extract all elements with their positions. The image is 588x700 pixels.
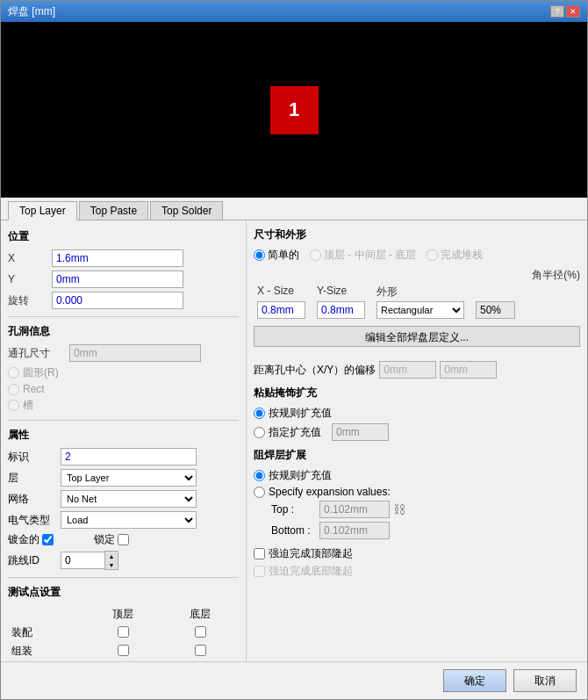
assembly-row: 装配 (8, 624, 239, 642)
jumper-down-btn[interactable]: ▼ (105, 560, 118, 569)
solder-bot-input[interactable] (319, 522, 390, 539)
help-button[interactable]: ? (550, 5, 564, 18)
plated-label: 镀金的 (8, 532, 39, 547)
paste-specify-input[interactable] (332, 423, 389, 441)
title-controls: ? ✕ (550, 5, 580, 18)
solder-bot-row: Bottom : (254, 522, 580, 539)
assemble-top-checkbox[interactable] (118, 645, 129, 656)
cancel-button[interactable]: 取消 (513, 669, 577, 692)
force-top-checkbox[interactable] (254, 548, 265, 559)
assembly-label: 装配 (8, 624, 85, 642)
layer-label: 层 (8, 471, 61, 486)
bot-layer-col: 底层 (161, 605, 239, 624)
full-stack-radio[interactable] (427, 249, 438, 261)
y-input[interactable] (52, 271, 183, 288)
net-label: 网络 (8, 492, 61, 507)
preview-area: 1 (1, 22, 587, 198)
testpoint-table: 顶层 底层 装配 组装 (8, 605, 239, 660)
radio-rect-label: Rect (23, 383, 45, 395)
pad-preview: 1 (270, 86, 319, 134)
solder-rule-label: 按规则扩充值 (269, 468, 332, 483)
paste-rule-row: 按规则扩充值 (254, 406, 580, 421)
edit-btn-wrap: 编辑全部焊盘层定义... (254, 326, 580, 354)
rotate-input[interactable] (52, 292, 183, 309)
tab-bar: Top Layer Top Paste Top Solder (1, 198, 587, 220)
radio-rect: Rect (8, 383, 239, 395)
solder-rule-row: 按规则扩充值 (254, 468, 580, 483)
force-bot-row: 强迫完成底部隆起 (254, 564, 580, 579)
radio-circle-input[interactable] (8, 367, 19, 379)
through-size-input[interactable] (69, 344, 201, 362)
paste-specify-label: 指定扩充值 (269, 425, 321, 440)
solder-bot-label: Bottom : (271, 524, 319, 537)
assemble-row: 组装 (8, 642, 239, 660)
ok-button[interactable]: 确定 (443, 669, 506, 692)
tab-top-layer[interactable]: Top Layer (8, 201, 77, 220)
x-input[interactable] (52, 249, 183, 267)
lock-checkbox[interactable] (118, 534, 129, 545)
solder-expand-section: 阻焊层扩展 按规则扩充值 Specify expansion values: T… (254, 448, 580, 539)
right-panel: 尺寸和外形 简单的 顶层 - 中间层 - 底层 完成堆栈 角半径(%) (247, 220, 587, 661)
paste-rule-radio[interactable] (254, 408, 265, 419)
jumper-up-btn[interactable]: ▲ (105, 552, 118, 560)
tab-top-solder[interactable]: Top Solder (150, 201, 223, 220)
plated-lock-row: 镀金的 锁定 (8, 532, 239, 547)
force-bot-label: 强迫完成底部隆起 (269, 564, 353, 579)
edit-all-layers-button[interactable]: 编辑全部焊盘层定义... (254, 326, 580, 347)
layer-row: 层 Top Layer Bottom Layer Multi-Layer (8, 469, 239, 487)
pad-number: 1 (289, 98, 299, 121)
top-mid-bot-radio[interactable] (310, 249, 321, 261)
shape-select[interactable]: Rectangular Round Octagonal (376, 301, 464, 319)
jumper-spinbox-btns: ▲ ▼ (104, 551, 118, 570)
x-size-header: X - Size (257, 285, 310, 299)
radio-rect-input[interactable] (8, 384, 19, 395)
plated-item: 镀金的 (8, 532, 54, 547)
id-input[interactable] (61, 448, 197, 465)
solder-specify-row: Specify expansion values: (254, 486, 580, 498)
y-size-header: Y-Size (317, 285, 369, 299)
force-bot-checkbox[interactable] (254, 566, 265, 577)
force-top-row: 强迫完成顶部隆起 (254, 546, 580, 561)
solder-top-row: Top : ⛓ (254, 501, 580, 518)
y-row: Y (8, 271, 239, 288)
assemble-bot-checkbox[interactable] (195, 645, 206, 656)
x-label: X (8, 252, 52, 264)
chain-icon: ⛓ (393, 502, 405, 516)
solder-top-input[interactable] (319, 501, 390, 518)
hole-section-title: 孔洞信息 (8, 324, 239, 339)
rotate-label: 旋转 (8, 293, 52, 308)
simple-radio[interactable] (254, 249, 265, 261)
solder-specify-label: Specify expansion values: (269, 486, 391, 498)
shape-header: 外形 (376, 285, 464, 299)
plated-checkbox[interactable] (42, 534, 54, 545)
assembly-top-checkbox[interactable] (118, 626, 129, 638)
close-button[interactable]: ✕ (566, 5, 580, 18)
jumper-input[interactable] (61, 552, 104, 569)
solder-rule-radio[interactable] (254, 470, 265, 481)
corner-radius-note: 角半径(%) (254, 268, 580, 283)
top-mid-bot-radio-item: 顶层 - 中间层 - 底层 (310, 248, 416, 263)
x-size-input[interactable] (257, 301, 305, 319)
hole-type-group: 圆形(R) Rect 槽 (8, 365, 239, 413)
offset-x-input[interactable] (379, 361, 436, 379)
paste-specify-radio[interactable] (254, 427, 265, 438)
elec-select[interactable]: Load Source Terminator (61, 511, 197, 529)
radio-slot-label: 槽 (23, 398, 33, 413)
offset-y-input[interactable] (440, 361, 497, 379)
y-size-input[interactable] (317, 301, 365, 319)
elec-row: 电气类型 Load Source Terminator (8, 511, 239, 529)
radio-slot-input[interactable] (8, 400, 19, 411)
solder-specify-radio[interactable] (254, 487, 265, 498)
size-shape-title: 尺寸和外形 (254, 227, 580, 242)
radio-slot: 槽 (8, 398, 239, 413)
lock-label: 锁定 (94, 532, 115, 547)
tab-top-paste[interactable]: Top Paste (79, 201, 148, 220)
simple-label: 简单的 (268, 248, 299, 263)
assembly-bot-checkbox[interactable] (195, 626, 206, 638)
net-select[interactable]: No Net (61, 490, 197, 508)
corner-pct-input[interactable] (476, 301, 515, 319)
size-mode-row: 简单的 顶层 - 中间层 - 底层 完成堆栈 (254, 248, 580, 263)
layer-select[interactable]: Top Layer Bottom Layer Multi-Layer (61, 469, 197, 487)
window-title: 焊盘 [mm] (8, 4, 55, 19)
size-headers: X - Size Y-Size 外形 (254, 285, 580, 299)
